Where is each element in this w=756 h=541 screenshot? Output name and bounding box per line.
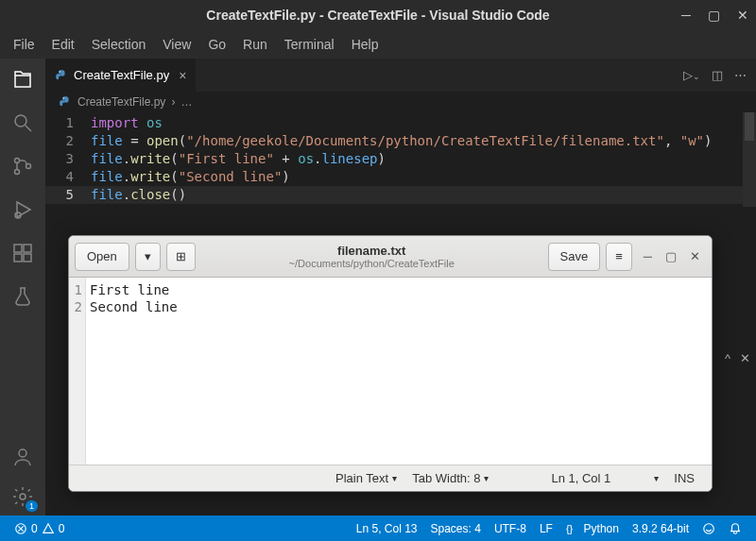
gedit-title: filename.txt	[201, 244, 542, 258]
gedit-text[interactable]: First line Second line	[86, 278, 178, 465]
testing-icon[interactable]	[9, 283, 36, 310]
breadcrumb-more: …	[180, 95, 192, 109]
gedit-ins-mode[interactable]: INS	[666, 471, 702, 485]
gedit-window-controls: ─ ▢ ✕	[638, 249, 706, 263]
svg-point-10	[20, 494, 26, 499]
minimize-icon[interactable]: ─	[681, 8, 691, 23]
window-controls: ─ ▢ ✕	[681, 8, 748, 23]
python-file-icon	[59, 95, 72, 109]
activity-bar: 1	[0, 59, 45, 516]
status-errors[interactable]: 0 0	[8, 522, 71, 535]
panel-controls: ^ ✕	[725, 351, 750, 365]
source-control-icon[interactable]	[9, 153, 36, 179]
code-editor[interactable]: 1import os 2file = open("/home/geekole/D…	[45, 112, 756, 204]
gedit-minimize-icon[interactable]: ─	[644, 249, 652, 263]
gedit-header: Open ▾ ⊞ filename.txt ~/Documents/python…	[69, 236, 712, 278]
status-bell-icon[interactable]	[722, 522, 748, 535]
titlebar: CreateTextFile.py - CreateTextFile - Vis…	[0, 0, 756, 30]
menu-selection[interactable]: Selection	[84, 33, 154, 56]
scroll-thumb[interactable]	[745, 112, 754, 141]
line-number: 2	[45, 132, 91, 150]
gedit-maximize-icon[interactable]: ▢	[665, 249, 677, 263]
status-feedback-icon[interactable]	[696, 522, 722, 535]
svg-rect-7	[14, 254, 22, 262]
status-language[interactable]: {} Python	[559, 522, 626, 535]
svg-point-11	[60, 71, 60, 72]
split-editor-icon[interactable]: ◫	[712, 68, 723, 82]
search-icon[interactable]	[9, 110, 36, 136]
accounts-icon[interactable]	[9, 444, 36, 470]
extensions-icon[interactable]	[9, 240, 36, 266]
breadcrumb-file: CreateTextFile.py	[77, 95, 165, 109]
line-number: 5	[45, 186, 91, 204]
gedit-lang[interactable]: Plain Text▾	[328, 471, 404, 485]
run-debug-icon[interactable]	[9, 196, 36, 223]
svg-point-12	[63, 97, 64, 98]
warning-triangle-icon	[42, 522, 55, 535]
svg-point-9	[19, 449, 26, 457]
menu-file[interactable]: File	[6, 33, 43, 56]
svg-rect-8	[24, 254, 31, 262]
more-actions-icon[interactable]: ⋯	[734, 68, 747, 82]
panel-chevron-icon[interactable]: ^	[725, 351, 730, 365]
status-indent[interactable]: Spaces: 4	[424, 522, 488, 535]
menu-go[interactable]: Go	[200, 33, 233, 56]
menu-terminal[interactable]: Terminal	[277, 33, 342, 56]
breadcrumb-sep: ›	[171, 95, 175, 109]
hamburger-menu-button[interactable]: ≡	[606, 243, 632, 271]
svg-point-2	[15, 170, 20, 175]
run-icon[interactable]: ▷⌄	[683, 68, 700, 82]
gedit-subtitle: ~/Documents/python/CreateTextFile	[201, 258, 542, 269]
status-cursor-pos[interactable]: Ln 5, Col 13	[350, 522, 424, 535]
text-editor-window: Open ▾ ⊞ filename.txt ~/Documents/python…	[68, 235, 713, 492]
status-bar: 0 0 Ln 5, Col 13 Spaces: 4 UTF-8 LF {} P…	[0, 516, 756, 541]
gedit-cursor-pos: Ln 1, Col 1	[543, 471, 618, 485]
gedit-title-area: filename.txt ~/Documents/python/CreateTe…	[201, 244, 542, 269]
gedit-status-bar: Plain Text▾ Tab Width: 8▾ Ln 1, Col 1 ▾ …	[69, 465, 712, 491]
gedit-dropdown[interactable]: ▾	[646, 473, 666, 483]
tab-label: CreateTextFile.py	[74, 68, 169, 82]
menu-edit[interactable]: Edit	[44, 33, 82, 56]
svg-rect-5	[14, 245, 22, 252]
menu-view[interactable]: View	[155, 33, 198, 56]
breadcrumb[interactable]: CreateTextFile.py › …	[45, 92, 756, 112]
settings-gear-icon[interactable]: 1	[9, 483, 36, 510]
gedit-close-icon[interactable]: ✕	[690, 249, 700, 263]
tab-bar: CreateTextFile.py × ▷⌄ ◫ ⋯	[45, 59, 756, 92]
menu-run[interactable]: Run	[235, 33, 275, 56]
python-file-icon	[55, 69, 68, 82]
gedit-body[interactable]: 12 First line Second line	[69, 278, 712, 465]
status-eol[interactable]: LF	[533, 522, 559, 535]
svg-point-3	[26, 164, 31, 169]
save-button[interactable]: Save	[548, 243, 601, 271]
svg-point-14	[704, 523, 714, 533]
maximize-icon[interactable]: ▢	[708, 8, 720, 23]
menu-help[interactable]: Help	[344, 33, 387, 56]
window-title: CreateTextFile.py - CreateTextFile - Vis…	[206, 8, 549, 23]
new-tab-button[interactable]: ⊞	[166, 243, 196, 271]
status-python-env[interactable]: 3.9.2 64-bit	[626, 522, 696, 535]
tab-close-icon[interactable]: ×	[179, 68, 186, 83]
svg-point-0	[15, 115, 26, 127]
svg-rect-6	[24, 245, 31, 252]
open-button[interactable]: Open	[75, 243, 129, 271]
gedit-tabwidth[interactable]: Tab Width: 8▾	[404, 471, 496, 485]
error-circle-icon	[14, 522, 27, 535]
menubar: File Edit Selection View Go Run Terminal…	[0, 30, 756, 59]
tab-createtextfile[interactable]: CreateTextFile.py ×	[45, 59, 197, 92]
explorer-icon[interactable]	[9, 66, 36, 93]
open-dropdown-button[interactable]: ▾	[135, 243, 161, 271]
settings-badge: 1	[26, 500, 38, 512]
tab-actions: ▷⌄ ◫ ⋯	[683, 68, 756, 82]
gedit-gutter: 12	[69, 278, 86, 465]
panel-close-icon[interactable]: ✕	[740, 351, 750, 365]
close-icon[interactable]: ✕	[737, 8, 748, 23]
line-number: 3	[45, 150, 91, 168]
status-encoding[interactable]: UTF-8	[488, 522, 533, 535]
line-number: 1	[45, 114, 91, 132]
line-number: 4	[45, 168, 91, 186]
svg-point-1	[15, 159, 20, 163]
